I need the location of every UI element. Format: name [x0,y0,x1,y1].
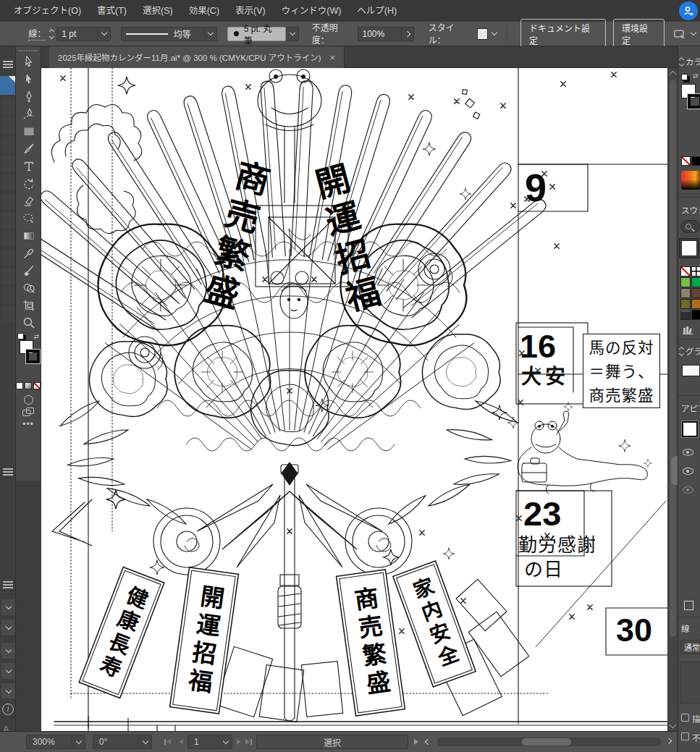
active-dock-item[interactable] [0,76,15,95]
curvature-tool[interactable] [16,106,41,123]
horizontal-scrollbar[interactable] [437,738,661,746]
blob-brush-tool[interactable] [16,262,41,279]
lasso-tool[interactable] [16,210,41,227]
select-similar-icon[interactable] [673,28,688,41]
dock-item[interactable] [1,193,14,209]
swatch-black[interactable] [691,310,700,320]
collapse-panel-icon[interactable] [680,347,683,355]
visibility-eye-icon-dim[interactable] [683,486,693,494]
none-swatch[interactable] [681,156,691,166]
screen-mode-icon[interactable] [22,407,34,416]
dock-expand-button[interactable] [1,599,15,615]
info-icon[interactable]: i [2,704,14,715]
dock-item[interactable] [1,156,14,172]
artboard-number-field[interactable]: 1 [187,735,219,749]
swatch-none[interactable] [680,266,691,276]
gradient-preview-swatch[interactable] [682,365,700,376]
zoom-dropdown[interactable] [72,735,85,749]
document-setup-button[interactable]: ドキュメント設定 [520,19,606,49]
dock-item[interactable] [1,306,14,322]
close-tab-icon[interactable]: × [330,52,336,63]
swatch-registration[interactable] [691,266,700,276]
edit-toolbar-icon[interactable]: ••• [16,419,41,429]
dock-expand-button[interactable] [1,663,15,679]
last-artboard-icon[interactable] [245,739,256,745]
color-panel-tab[interactable]: カラ [686,56,700,67]
opacity-label[interactable]: 不透明度： [312,21,355,47]
okame-face[interactable] [280,284,308,318]
calendar-day-23[interactable]: 23 [523,497,561,531]
gradient-tool[interactable] [16,227,41,245]
swap-fill-stroke-icon[interactable]: ⇄ [33,333,39,340]
menu-object[interactable]: オブジェクト(O) [6,0,89,22]
swatches-panel-tab[interactable]: スウォ [681,204,700,216]
checkbox[interactable] [681,714,689,722]
scroll-down-icon[interactable] [670,722,677,729]
stroke-swatch[interactable] [26,350,40,363]
stroke-profile-dropdown-button[interactable] [205,27,218,41]
color-chip[interactable] [16,382,23,389]
panel-stroke-swatch[interactable] [688,94,700,109]
calendar-taian-label[interactable]: 大安 [521,367,569,387]
chevron-right-icon[interactable] [666,738,672,743]
mini-fill-stroke-icon[interactable] [681,74,688,80]
coil-right[interactable] [345,508,412,575]
calendar-day-9[interactable]: 9 [525,168,547,207]
canvas[interactable]: 商売繁盛 開運招福 健康長寿 開運招福 商売繁盛 家内安全 9 16 大安 馬の… [41,68,667,731]
toolbar-grip[interactable]: •••••••• [16,46,41,54]
panel-menu-icon[interactable] [3,581,13,588]
first-artboard-icon[interactable] [161,739,174,745]
draw-mode-icon[interactable] [24,395,33,405]
calendar-holiday-label2[interactable]: の日 [524,560,563,579]
rake-handle[interactable] [278,462,301,721]
brush-dropdown-button[interactable] [286,27,299,41]
appearance-preview[interactable] [682,421,698,437]
calendar-day-16[interactable]: 16 [520,330,556,363]
shape-builder-tool[interactable] [16,279,41,297]
straw-spikes[interactable] [197,484,382,567]
eyedropper-tool[interactable] [16,245,41,262]
dock-item[interactable] [1,118,14,134]
ornament-clusters[interactable] [89,224,500,451]
stroke-profile-dropdown[interactable]: 均等 [121,27,205,41]
document-tab[interactable]: 2025年縁起物カレンダー11月.ai* @ 300 % (CMYK/CPU ア… [49,46,345,68]
dock-item[interactable] [1,212,14,228]
opacity-value[interactable]: 100% [358,27,402,41]
default-fill-stroke-icon[interactable] [17,333,24,339]
panel-menu-icon[interactable] [3,468,13,476]
zoom-level-field[interactable]: 300% [26,735,72,749]
horizontal-scroll-thumb[interactable] [522,738,571,745]
menu-effect[interactable]: 効果(C) [181,0,227,22]
calendar-holiday-label[interactable]: 勤労感謝 [518,536,596,554]
dock-expand-button[interactable] [1,683,15,699]
menu-help[interactable]: ヘルプ(H) [349,0,405,22]
appearance-panel-tab[interactable]: アピア [681,402,700,414]
menu-window[interactable]: ウィンドウ(W) [274,0,350,22]
style-label[interactable]: スタイル： [429,21,471,47]
selected-swatch[interactable] [681,240,697,256]
status-expand-icon[interactable] [414,739,418,745]
calendar-day-30[interactable]: 30 [616,614,652,646]
swatch-green[interactable] [691,277,700,287]
swatch-orange[interactable] [691,299,700,309]
share-document-button[interactable] [679,1,698,20]
calendar-memo-box[interactable]: 馬の反対 ＝舞う、 商売繁盛 [583,334,660,408]
swatch-green-light[interactable] [680,277,691,287]
dock-item[interactable] [1,269,14,284]
rotate-tool[interactable] [16,175,41,193]
swatch-tan[interactable] [680,288,691,298]
none-chip[interactable] [33,382,41,389]
dock-expand-button[interactable] [1,620,15,635]
checkbox[interactable] [681,732,689,740]
chevron-left-icon[interactable] [425,739,431,745]
brush-definition-dropdown[interactable]: 5 pt. 丸筆 [227,27,286,41]
style-dropdown-button[interactable] [488,27,501,41]
frog-character[interactable] [507,402,651,494]
stroke-weight-value[interactable]: 1 pt [56,27,98,41]
vertical-scrollbar[interactable] [667,68,678,731]
gradient-panel-tab[interactable]: グラ [686,345,700,357]
visibility-eye-icon[interactable] [683,449,693,456]
stroke-weight-stepper[interactable] [50,30,54,38]
cloud-motifs[interactable] [51,104,141,233]
swatch-brown[interactable] [691,288,700,298]
